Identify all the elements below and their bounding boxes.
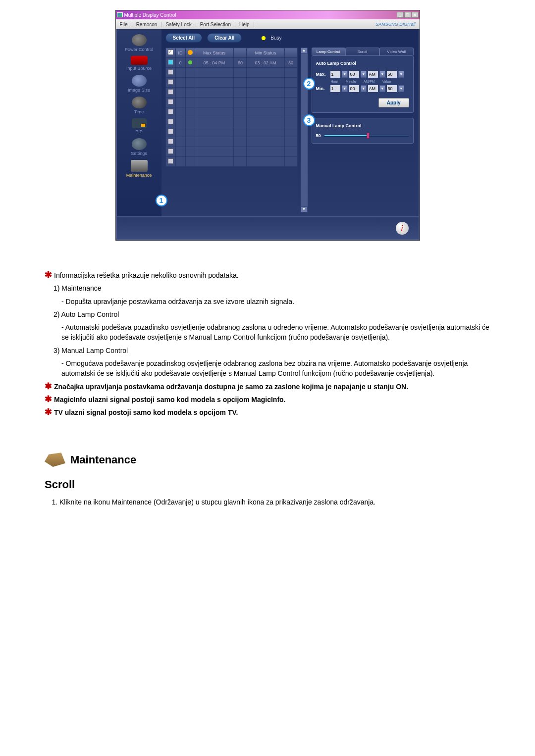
slider-value: 50 bbox=[316, 133, 321, 138]
sidebar-item-time[interactable]: Time bbox=[118, 97, 160, 114]
time-icon bbox=[132, 97, 147, 108]
dropdown-icon[interactable]: ▾ bbox=[379, 71, 385, 78]
menu-port-selection[interactable]: Port Selection bbox=[196, 22, 235, 27]
select-all-button[interactable]: Select All bbox=[165, 33, 203, 43]
table-row[interactable] bbox=[165, 78, 297, 88]
item1-desc: - Dopušta upravljanje postavkama održava… bbox=[61, 297, 490, 306]
dropdown-icon[interactable]: ▾ bbox=[398, 85, 404, 92]
menu-file[interactable]: File bbox=[116, 22, 132, 27]
table-row[interactable] bbox=[165, 127, 297, 137]
min-ampm-field[interactable] bbox=[368, 85, 378, 92]
note3: ✱TV ulazni signal postoji samo kod model… bbox=[45, 407, 490, 417]
scroll-down-arrow[interactable]: ▼ bbox=[301, 206, 308, 212]
maintenance-section-icon bbox=[45, 451, 65, 469]
row-checkbox[interactable] bbox=[168, 119, 173, 124]
brightness-slider[interactable] bbox=[324, 135, 409, 137]
star-icon: ✱ bbox=[45, 394, 52, 404]
settings-icon bbox=[132, 138, 147, 150]
busy-label: Busy bbox=[270, 35, 281, 41]
intro-line: ✱Informacijska rešetka prikazuje nekolik… bbox=[45, 270, 490, 280]
menu-remocon[interactable]: Remocon bbox=[132, 22, 162, 27]
scroll-up-arrow[interactable]: ▲ bbox=[301, 48, 308, 53]
display-grid: ID Max Status Min Status 0 05 : 04 PM bbox=[165, 48, 298, 167]
minimize-button[interactable]: _ bbox=[397, 12, 404, 18]
tab-lamp-control[interactable]: Lamp Control bbox=[312, 48, 346, 55]
max-minute-field[interactable] bbox=[349, 71, 359, 78]
table-row[interactable] bbox=[165, 157, 297, 167]
clear-all-button[interactable]: Clear All bbox=[207, 33, 242, 43]
max-value-field[interactable] bbox=[387, 71, 397, 78]
star-icon: ✱ bbox=[45, 381, 52, 391]
note2: ✱MagicInfo ulazni signal postoji samo ko… bbox=[45, 395, 490, 404]
sidebar-item-maintenance[interactable]: Maintenance bbox=[118, 160, 160, 178]
item3-title: 3) Manual Lamp Control bbox=[54, 346, 490, 355]
menu-help[interactable]: Help bbox=[235, 22, 254, 27]
row-checkbox[interactable] bbox=[168, 109, 173, 114]
dropdown-icon[interactable]: ▾ bbox=[379, 85, 385, 92]
row-checkbox[interactable] bbox=[168, 158, 173, 164]
row-checkbox[interactable] bbox=[168, 79, 173, 85]
app-icon bbox=[117, 12, 123, 17]
row-checkbox[interactable] bbox=[168, 149, 173, 154]
row-checkbox[interactable] bbox=[168, 129, 173, 134]
item1-title: 1) Maintenance bbox=[54, 283, 490, 293]
app-window: Multiple Display Control _ □ × File Remo… bbox=[115, 10, 420, 241]
cell-min-val: 80 bbox=[284, 58, 297, 68]
min-hour-field[interactable] bbox=[330, 85, 340, 92]
tab-scroll[interactable]: Scroll bbox=[345, 48, 379, 55]
titlebar: Multiple Display Control _ □ × bbox=[116, 10, 420, 19]
dropdown-icon[interactable]: ▾ bbox=[342, 85, 348, 92]
lbl-value: Value bbox=[382, 80, 391, 83]
tab-video-wall[interactable]: Video Wall bbox=[379, 48, 414, 55]
lbl-hour: Hour bbox=[331, 80, 338, 83]
dropdown-icon[interactable]: ▾ bbox=[361, 71, 367, 78]
sidebar-item-pip[interactable]: PIP bbox=[118, 118, 160, 134]
select-all-checkbox[interactable] bbox=[168, 50, 173, 55]
table-row[interactable] bbox=[165, 147, 297, 157]
table-row[interactable] bbox=[165, 107, 297, 117]
table-row[interactable] bbox=[165, 137, 297, 147]
row-checkbox[interactable] bbox=[168, 99, 173, 104]
cell-min-time: 03 : 02 AM bbox=[247, 58, 284, 68]
sidebar-item-input-source[interactable]: Input Source bbox=[118, 56, 160, 71]
scroll-step-1: Kliknite na ikonu Maintenance (Održavanj… bbox=[59, 497, 490, 507]
col-max-status: Max Status bbox=[195, 48, 234, 58]
min-value-field[interactable] bbox=[387, 85, 397, 92]
dropdown-icon[interactable]: ▾ bbox=[398, 71, 404, 78]
table-row[interactable] bbox=[165, 117, 297, 127]
table-row[interactable] bbox=[165, 68, 297, 78]
col-min-status: Min Status bbox=[247, 48, 284, 58]
row-checkbox[interactable] bbox=[168, 59, 173, 65]
dropdown-icon[interactable]: ▾ bbox=[361, 85, 367, 92]
apply-button[interactable]: Apply bbox=[378, 98, 409, 107]
pip-icon bbox=[132, 118, 147, 128]
dropdown-icon[interactable]: ▾ bbox=[342, 71, 348, 78]
menu-safety-lock[interactable]: Safety Lock bbox=[161, 22, 196, 27]
vertical-scrollbar[interactable]: ▲ ▼ bbox=[301, 48, 308, 212]
lbl-ampm: AM/PM bbox=[364, 80, 375, 83]
table-row[interactable] bbox=[165, 88, 297, 98]
item2-title: 2) Auto Lamp Control bbox=[54, 309, 490, 319]
close-button[interactable]: × bbox=[412, 12, 419, 18]
table-row[interactable] bbox=[165, 98, 297, 107]
cell-max-val: 60 bbox=[234, 58, 247, 68]
sidebar-item-settings[interactable]: Settings bbox=[118, 138, 160, 156]
table-row[interactable]: 0 05 : 04 PM 60 03 : 02 AM 80 bbox=[165, 58, 297, 68]
busy-indicator-icon bbox=[262, 36, 266, 40]
row-checkbox[interactable] bbox=[168, 69, 173, 75]
sidebar-item-image-size[interactable]: Image Size bbox=[118, 75, 160, 93]
sidebar-item-power-control[interactable]: Power Control bbox=[118, 34, 160, 52]
min-minute-field[interactable] bbox=[349, 85, 359, 92]
slider-thumb[interactable] bbox=[367, 133, 370, 139]
menubar: File Remocon Safety Lock Port Selection … bbox=[116, 19, 420, 29]
row-checkbox[interactable] bbox=[168, 89, 173, 95]
sidebar: Power Control Input Source Image Size Ti… bbox=[117, 29, 161, 216]
row-checkbox[interactable] bbox=[168, 139, 173, 144]
note1: ✱Značajka upravljanja postavkama održava… bbox=[45, 382, 490, 392]
statusbar: i bbox=[116, 217, 420, 240]
max-ampm-field[interactable] bbox=[368, 71, 378, 78]
status-dot-icon bbox=[188, 60, 192, 64]
max-hour-field[interactable] bbox=[330, 71, 340, 78]
star-icon: ✱ bbox=[45, 270, 52, 280]
maximize-button[interactable]: □ bbox=[404, 12, 411, 18]
